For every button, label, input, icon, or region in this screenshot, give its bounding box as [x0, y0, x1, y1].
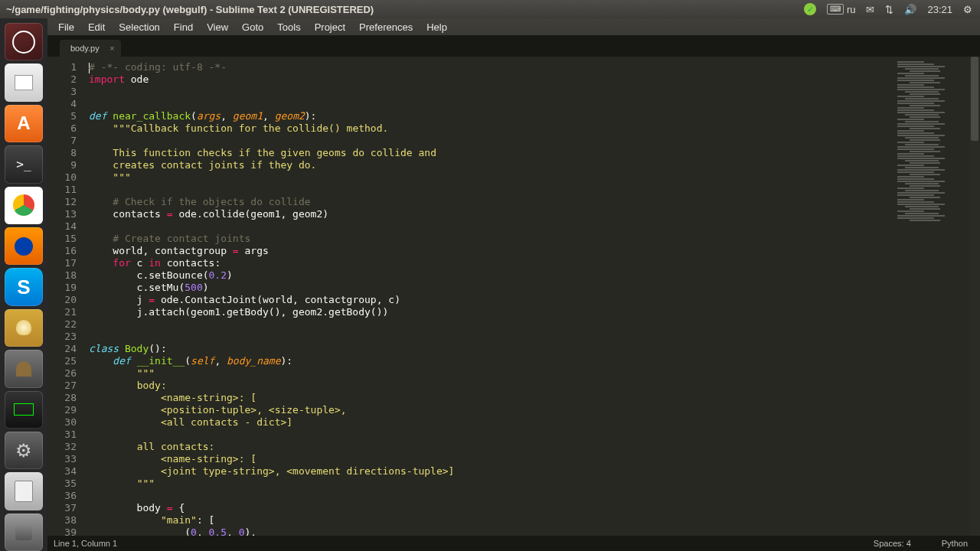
menu-find[interactable]: Find [168, 20, 199, 34]
menu-selection[interactable]: Selection [113, 20, 165, 34]
menu-project[interactable]: Project [309, 20, 351, 34]
editor-area: 1234567891011121314151617181920212223242… [47, 57, 980, 536]
tab-bar: body.py × [47, 35, 980, 57]
terminal-icon[interactable] [5, 145, 43, 183]
status-bar: Line 1, Column 1 Spaces: 4 Python [47, 536, 980, 551]
status-ok-icon[interactable]: ✓ [804, 3, 816, 15]
lamp-app-icon[interactable] [5, 309, 43, 347]
scrollbar-thumb[interactable] [971, 57, 978, 141]
status-spaces[interactable]: Spaces: 4 [874, 539, 911, 548]
menu-goto[interactable]: Goto [236, 20, 270, 34]
minimap[interactable] [893, 57, 969, 536]
editor-window: File Edit Selection Find View Goto Tools… [47, 18, 980, 551]
firefox-icon[interactable] [5, 227, 43, 265]
clock[interactable]: 23:21 [927, 4, 952, 15]
menu-edit[interactable]: Edit [82, 20, 111, 34]
dash-icon[interactable] [5, 23, 43, 60]
status-position[interactable]: Line 1, Column 1 [54, 539, 874, 548]
menu-file[interactable]: File [52, 20, 80, 34]
skype-icon[interactable] [5, 268, 43, 305]
software-center-icon[interactable] [5, 105, 43, 142]
status-syntax[interactable]: Python [942, 539, 968, 548]
top-panel: ~/game/fighting/physics/body.py (webgulf… [0, 0, 980, 18]
keyboard-layout-indicator[interactable]: ⌨ ru [827, 4, 855, 15]
tab-label: body.py [70, 44, 100, 53]
system-tray: ✓ ⌨ ru ✉ ⇅ 🔊 23:21 ⚙ [804, 3, 980, 15]
menu-help[interactable]: Help [420, 20, 453, 34]
files-icon[interactable] [5, 64, 43, 101]
system-monitor-icon[interactable] [5, 391, 43, 429]
vertical-scrollbar[interactable] [969, 57, 980, 536]
menu-view[interactable]: View [201, 20, 234, 34]
menu-preferences[interactable]: Preferences [353, 20, 419, 34]
menubar: File Edit Selection Find View Goto Tools… [47, 18, 980, 35]
power-icon[interactable]: ⚙ [963, 4, 972, 15]
unity-launcher [0, 18, 47, 551]
trash-icon[interactable] [5, 514, 43, 551]
gimp-icon[interactable] [5, 350, 43, 387]
code-content[interactable]: # -*- coding: utf-8 -*-import odedef nea… [84, 57, 893, 536]
window-title: ~/game/fighting/physics/body.py (webgulf… [0, 4, 804, 15]
calculator-icon[interactable] [5, 472, 43, 510]
tab-body-py[interactable]: body.py × [60, 40, 121, 57]
menu-tools[interactable]: Tools [271, 20, 306, 34]
chrome-icon[interactable] [5, 187, 43, 224]
close-icon[interactable]: × [109, 44, 114, 53]
volume-icon[interactable]: 🔊 [904, 4, 916, 15]
settings-icon[interactable] [5, 432, 43, 469]
line-number-gutter: 1234567891011121314151617181920212223242… [47, 57, 84, 536]
network-icon[interactable]: ⇅ [885, 4, 893, 15]
mail-icon[interactable]: ✉ [866, 4, 874, 15]
